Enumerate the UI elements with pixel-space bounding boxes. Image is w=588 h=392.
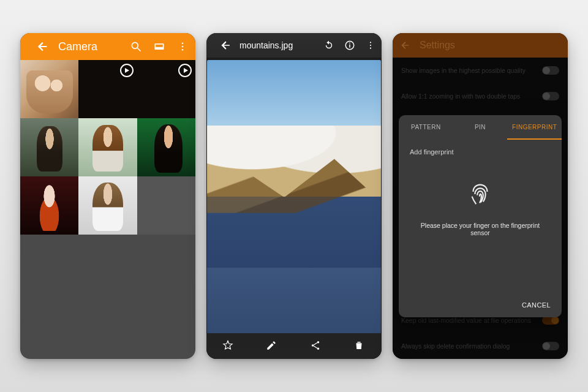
- thumbnail[interactable]: [137, 60, 195, 118]
- lock-tabs: PATTERN PIN FINGERPRINT: [399, 115, 562, 140]
- play-icon: [120, 64, 134, 77]
- settings-title: Settings: [420, 40, 455, 51]
- back-icon[interactable]: [400, 40, 411, 51]
- svg-point-6: [182, 49, 184, 51]
- fingerprint-area: Please place your finger on the fingerpr…: [399, 164, 562, 301]
- svg-line-1: [138, 48, 141, 51]
- thumbnail[interactable]: [20, 60, 78, 118]
- thumbnail-grid: [20, 60, 195, 235]
- svg-point-0: [132, 42, 138, 48]
- overflow-icon[interactable]: [176, 40, 189, 53]
- svg-point-13: [317, 341, 319, 343]
- svg-rect-8: [349, 45, 350, 48]
- svg-point-15: [317, 348, 319, 350]
- tab-pin[interactable]: PIN: [453, 115, 508, 140]
- svg-point-14: [312, 344, 314, 346]
- lock-sheet: PATTERN PIN FINGERPRINT Add fingerprint …: [399, 115, 562, 317]
- viewer-appbar: mountains.jpg: [206, 33, 382, 58]
- image-content: [207, 60, 381, 333]
- tab-pattern[interactable]: PATTERN: [399, 115, 453, 140]
- gallery-appbar: Camera: [20, 33, 195, 60]
- thumbnail[interactable]: [20, 118, 78, 176]
- tab-fingerprint[interactable]: FINGERPRINT: [507, 115, 562, 140]
- viewer-filename: mountains.jpg: [239, 40, 314, 50]
- svg-line-16: [314, 343, 317, 345]
- cancel-button[interactable]: CANCEL: [522, 301, 551, 309]
- settings-appbar: Settings: [393, 33, 568, 58]
- thumbnail[interactable]: [78, 176, 137, 235]
- svg-rect-3: [156, 45, 163, 47]
- edit-icon[interactable]: [266, 340, 278, 352]
- viewer-bottombar: [206, 333, 382, 359]
- share-icon[interactable]: [310, 340, 322, 352]
- svg-point-12: [370, 48, 371, 49]
- svg-point-10: [370, 42, 371, 43]
- svg-point-11: [370, 45, 371, 46]
- rotate-icon[interactable]: [323, 39, 335, 51]
- gallery-screen: Camera: [20, 33, 195, 359]
- sheet-subtitle: Add fingerprint: [399, 140, 562, 164]
- thumbnail[interactable]: [78, 60, 137, 118]
- back-icon[interactable]: [36, 40, 50, 53]
- thumbnail[interactable]: [20, 176, 78, 235]
- overflow-icon[interactable]: [364, 39, 377, 51]
- fingerprint-hint: Please place your finger on the fingerpr…: [399, 222, 562, 236]
- play-icon: [178, 64, 192, 77]
- svg-point-4: [182, 42, 184, 44]
- back-icon[interactable]: [220, 39, 232, 51]
- image-viewport[interactable]: [206, 58, 382, 333]
- search-icon[interactable]: [129, 40, 143, 53]
- svg-rect-9: [349, 43, 350, 44]
- info-icon[interactable]: [344, 39, 356, 51]
- svg-line-17: [314, 346, 317, 349]
- thumbnail[interactable]: [137, 118, 195, 176]
- svg-point-5: [182, 46, 184, 48]
- viewer-screen: mountains.jpg: [206, 33, 382, 359]
- slideshow-icon[interactable]: [153, 40, 166, 53]
- settings-screen: Settings Show images in the highest poss…: [393, 33, 568, 359]
- fingerprint-icon: [466, 179, 494, 209]
- delete-icon[interactable]: [353, 340, 366, 352]
- thumbnail[interactable]: [78, 118, 137, 176]
- favorite-icon[interactable]: [222, 340, 235, 352]
- gallery-title: Camera: [58, 40, 119, 53]
